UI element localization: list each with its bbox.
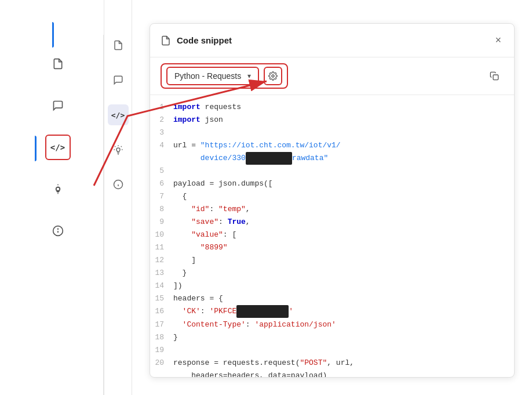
idea-icon bbox=[52, 183, 64, 195]
panel-header: Code snippet × bbox=[150, 24, 514, 57]
lang-row: Python - Requests ▾ bbox=[150, 57, 514, 95]
code-line-19: 19 bbox=[150, 344, 514, 357]
code-line-12: 12 ] bbox=[150, 254, 514, 267]
copy-button[interactable] bbox=[485, 67, 504, 85]
panel-title: Code snippet bbox=[177, 35, 232, 45]
chevron-down-icon: ▾ bbox=[247, 72, 251, 80]
document-icon bbox=[52, 58, 64, 70]
code-line-8: 8 "id": "temp", bbox=[150, 203, 514, 216]
mid-sidebar: </> bbox=[104, 0, 132, 395]
mid-icon-document[interactable] bbox=[108, 35, 129, 56]
code-line-5: 5 bbox=[150, 165, 514, 177]
sidebar-item-idea[interactable] bbox=[45, 176, 71, 202]
mid-code-icon: </> bbox=[111, 111, 125, 119]
code-line-3: 3 bbox=[150, 126, 514, 139]
main-container: </> bbox=[0, 0, 532, 395]
code-line-4b: device/330 rawdata" bbox=[150, 152, 514, 165]
chat-icon bbox=[52, 100, 64, 111]
code-line-9: 9 "save": True, bbox=[150, 216, 514, 229]
gear-icon bbox=[268, 71, 278, 81]
code-line-16: 16 'CK': 'PKFCE ' bbox=[150, 305, 514, 318]
sidebar-item-document[interactable] bbox=[45, 51, 71, 77]
code-panel: Code snippet × Python - Requests ▾ bbox=[150, 23, 515, 378]
code-line-11: 11 "8899" bbox=[150, 241, 514, 254]
sidebar-divider bbox=[103, 35, 104, 395]
mid-icon-code[interactable]: </> bbox=[108, 104, 129, 125]
mid-document-icon bbox=[113, 40, 123, 50]
active-indicator bbox=[52, 22, 54, 48]
code-line-20a: 20 response = requests.request("POST", u… bbox=[150, 357, 514, 369]
sidebar-item-info[interactable] bbox=[45, 218, 71, 244]
code-line-6: 6 payload = json.dumps([ bbox=[150, 177, 514, 190]
close-button[interactable]: × bbox=[493, 32, 504, 49]
mid-icon-idea[interactable] bbox=[108, 139, 129, 160]
code-line-1: 1 import requests bbox=[150, 101, 514, 114]
code-brackets-icon: </> bbox=[50, 143, 65, 152]
code-line-2: 2 import json bbox=[150, 114, 514, 126]
copy-icon bbox=[490, 71, 499, 81]
language-selector[interactable]: Python - Requests ▾ bbox=[166, 67, 259, 85]
panel-document-icon bbox=[161, 35, 171, 46]
code-line-13: 13 } bbox=[150, 267, 514, 280]
mid-idea-icon bbox=[113, 144, 123, 155]
info-icon bbox=[52, 225, 64, 237]
code-line-18: 18 } bbox=[150, 331, 514, 344]
code-line-15: 15 headers = { bbox=[150, 292, 514, 305]
code-line-14: 14 ]) bbox=[150, 280, 514, 292]
sidebar-item-code[interactable]: </> bbox=[45, 135, 71, 160]
svg-rect-16 bbox=[493, 75, 498, 80]
svg-line-8 bbox=[115, 146, 115, 147]
mid-chat-icon bbox=[113, 75, 123, 85]
code-line-10: 10 "value": [ bbox=[150, 229, 514, 241]
sidebar: </> bbox=[0, 0, 104, 395]
sidebar-item-chat[interactable] bbox=[45, 93, 71, 118]
code-line-4a: 4 url = "https://iot.cht.com.tw/iot/v1/ bbox=[150, 139, 514, 152]
code-area: 1 import requests 2 import json 3 4 url … bbox=[150, 95, 514, 377]
settings-button[interactable] bbox=[264, 67, 282, 85]
lang-selector-wrapper: Python - Requests ▾ bbox=[161, 63, 288, 89]
mid-icon-chat[interactable] bbox=[108, 70, 129, 90]
mid-icon-info[interactable] bbox=[108, 174, 129, 195]
language-label: Python - Requests bbox=[174, 71, 241, 81]
code-line-17: 17 'Content-Type': 'application/json' bbox=[150, 318, 514, 331]
svg-point-15 bbox=[272, 75, 274, 77]
panel-title-group: Code snippet bbox=[161, 35, 232, 46]
code-line-20b: headers=headers, data=payload) bbox=[150, 369, 514, 377]
svg-line-10 bbox=[121, 146, 121, 147]
code-line-7: 7 { bbox=[150, 190, 514, 203]
mid-info-icon bbox=[113, 179, 123, 190]
